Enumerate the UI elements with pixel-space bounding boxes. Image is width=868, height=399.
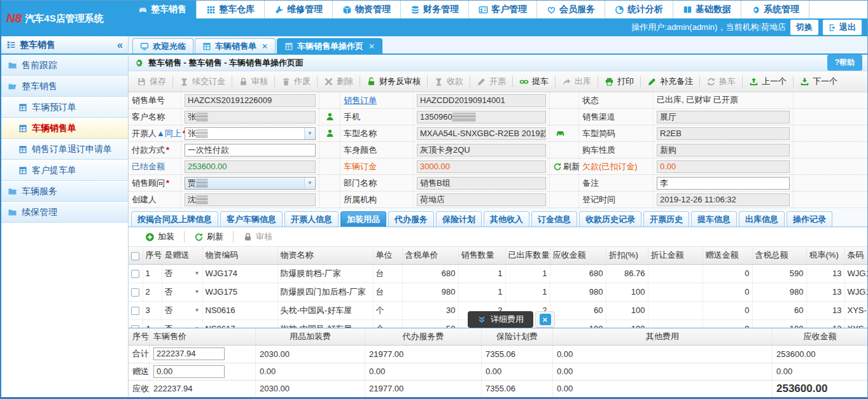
detail-tab[interactable]: 保险计划 <box>436 211 482 227</box>
gift-select[interactable]: 否▼ <box>165 323 200 328</box>
price-cell: 50 <box>402 319 458 328</box>
sidebar-item[interactable]: 续保管理 <box>1 202 128 223</box>
discount-cell: 100 <box>606 319 648 328</box>
top-nav-item[interactable]: 统计分析 <box>605 1 673 18</box>
detail-tab[interactable]: 客户车辆信息 <box>220 211 283 227</box>
detail-tab[interactable]: 操作记录 <box>787 211 832 227</box>
input-field[interactable]: 一次性付款 <box>185 144 316 157</box>
doc-icon <box>202 42 211 51</box>
detail-tab[interactable]: 代办服务 <box>388 211 434 227</box>
toolbar-separator <box>512 76 513 87</box>
vehicle-price-input[interactable]: 0.00 <box>153 365 225 378</box>
same-as-above-link[interactable]: ▲同上 <box>157 128 181 139</box>
gift-select[interactable]: 否▼ <box>165 305 200 316</box>
readonly-field: 253600.00 <box>185 160 316 173</box>
total-receivable-value: 253600.00 <box>776 382 827 395</box>
row-checkbox[interactable] <box>131 270 139 278</box>
top-nav-item[interactable]: 会员服务 <box>537 1 605 18</box>
toolbar-button[interactable]: 出库 <box>556 74 597 89</box>
summary-column-header: 序号 <box>129 328 150 345</box>
tab-close-icon[interactable]: ✕ <box>368 42 375 51</box>
sidebar-collapse-button[interactable]: « <box>117 39 123 51</box>
sidebar-item[interactable]: 售前跟踪 <box>1 55 128 76</box>
top-nav-item[interactable]: 维修管理 <box>265 1 333 18</box>
sidebar-item[interactable]: 车辆预订单 <box>1 97 128 118</box>
receivable-cell: 680 <box>550 264 606 283</box>
detail-tab[interactable]: 订金信息 <box>531 211 577 227</box>
input-field[interactable]: 李 <box>657 177 790 190</box>
toolbar-button[interactable]: 收款 <box>428 74 469 89</box>
sidebar: 整车销售 « 售前跟踪整车销售车辆预订单车辆销售单销售订单退订申请单客户提车单车… <box>1 36 129 397</box>
box-icon <box>342 5 352 15</box>
accessory-row[interactable]: 2否▼WJG175防爆膜四门加后档-厂家台98011980100098013WJ… <box>129 283 867 301</box>
accessories-toolbar-button[interactable]: 审核 <box>234 231 281 242</box>
toolbar-button[interactable]: 保存 <box>131 74 172 89</box>
detail-fee-toggle[interactable]: 详细费用 <box>468 311 533 328</box>
doc-tab[interactable]: 车辆销售单操作页✕ <box>277 38 382 53</box>
readonly-field: 2019-12-26 11:06:32 <box>657 193 790 206</box>
detail-tab[interactable]: 开票历史 <box>643 211 689 227</box>
toolbar-button[interactable]: 财务反审核 <box>361 74 426 89</box>
toolbar-button[interactable]: 换车 <box>701 74 741 89</box>
detail-tab[interactable]: 提车信息 <box>691 211 737 227</box>
doc-icon <box>18 124 27 133</box>
material-code-cell: WJG174 <box>202 264 277 283</box>
accessory-row[interactable]: 1否▼WJG174防爆膜前档-厂家台6801168086.76059013WJG… <box>129 264 867 283</box>
top-nav-item[interactable]: 整车仓库 <box>197 1 265 18</box>
toolbar-button[interactable]: 打印 <box>599 74 640 89</box>
detail-tab[interactable]: 按揭合同及上牌信息 <box>131 211 218 227</box>
row-checkbox[interactable] <box>131 325 139 328</box>
top-nav-item[interactable]: 财务管理 <box>401 1 469 18</box>
accessories-toolbar-button[interactable]: 加装 <box>136 231 183 242</box>
select-all-checkbox[interactable] <box>131 252 139 260</box>
row-checkbox[interactable] <box>131 307 139 315</box>
field-label: 车身颜色 <box>340 142 414 158</box>
detail-tab[interactable]: 加装用品 <box>340 211 386 227</box>
help-button[interactable]: ?帮助 <box>827 55 862 71</box>
toolbar-button[interactable]: 删除 <box>318 74 359 89</box>
sidebar-item[interactable]: 整车销售 <box>1 76 128 97</box>
vehicle-price-input[interactable]: 222237.94 <box>153 347 225 360</box>
receivable-cell: 60 <box>550 301 606 319</box>
toolbar-button[interactable]: 续交订金 <box>174 74 231 89</box>
toolbar-button[interactable]: 开票 <box>471 74 512 89</box>
row-checkbox[interactable] <box>131 288 139 297</box>
popup-close-button[interactable] <box>540 314 551 325</box>
top-nav-item[interactable]: 基础数据 <box>673 1 741 18</box>
top-nav-item[interactable]: 整车销售 <box>129 1 197 18</box>
gift-select[interactable]: 否▼ <box>165 268 200 279</box>
field-label-text: 开票人 <box>132 128 157 139</box>
detail-tab[interactable]: 收款历史记录 <box>579 211 641 227</box>
switch-org-button[interactable]: 切换 <box>790 20 818 35</box>
toolbar-button[interactable]: 上一个 <box>743 74 792 89</box>
top-nav-item[interactable]: 客户管理 <box>469 1 537 18</box>
toolbar-button[interactable]: 下一个 <box>794 74 843 89</box>
toolbar-button[interactable]: 补充备注 <box>641 74 699 89</box>
refresh-button[interactable]: 刷新 <box>553 161 580 172</box>
sales-order-link[interactable]: 销售订单 <box>344 95 377 106</box>
select-field[interactable]: 张▒▒▼ <box>185 127 316 140</box>
detail-tab[interactable]: 其他收入 <box>484 211 529 227</box>
detail-tab[interactable]: 出库信息 <box>739 211 785 227</box>
tab-close-icon[interactable]: ✕ <box>262 42 268 51</box>
top-bar: N8 汽车4S店管理系统 整车销售整车仓库维修管理物资管理财务管理客户管理会员服… <box>1 1 867 36</box>
sidebar-item[interactable]: 客户提车单 <box>1 160 128 181</box>
gift-select[interactable]: 否▼ <box>165 286 200 298</box>
detail-tab-label: 按揭合同及上牌信息 <box>137 214 212 225</box>
select-field[interactable]: 贾▒▒▼ <box>185 177 316 190</box>
sidebar-item[interactable]: 车辆销售单 <box>1 118 128 139</box>
detail-tab[interactable]: 开票人信息 <box>284 211 339 227</box>
doc-tab[interactable]: 欢迎光临 <box>132 38 193 53</box>
logout-button[interactable]: 退出 <box>823 20 862 35</box>
toolbar-button[interactable]: 提车 <box>514 74 554 89</box>
toolbar-button[interactable]: 审核 <box>233 74 274 89</box>
top-nav-item[interactable]: 系统管理 <box>741 1 809 18</box>
toolbar-button-label: 续交订金 <box>192 76 225 87</box>
sidebar-item[interactable]: 销售订单退订申请单 <box>1 139 128 160</box>
top-nav-item[interactable]: 物资管理 <box>333 1 401 18</box>
toolbar-button[interactable]: 作废 <box>276 74 316 89</box>
accessories-toolbar-button[interactable]: 刷新 <box>185 231 232 242</box>
summary-row: 合计222237.942030.0021977.007355.060.00253… <box>129 346 867 363</box>
sidebar-item[interactable]: 车辆服务 <box>1 181 128 202</box>
doc-tab[interactable]: 车辆销售单✕ <box>195 38 276 53</box>
